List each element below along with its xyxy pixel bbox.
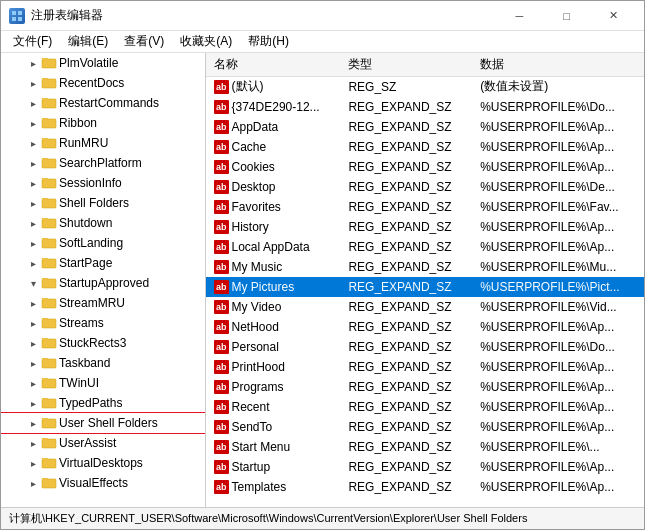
tree-expand-icon[interactable]: ▸ (25, 75, 41, 91)
tree-expand-icon[interactable]: ▸ (25, 255, 41, 271)
svg-rect-30 (42, 319, 56, 328)
svg-rect-8 (42, 99, 56, 108)
table-row[interactable]: abPrintHoodREG_EXPAND_SZ%USERPROFILE%\Ap… (206, 357, 644, 377)
tree-item-label: Streams (59, 316, 104, 330)
tree-expand-icon[interactable]: ▸ (25, 355, 41, 371)
tree-item[interactable]: ▸ SoftLanding (1, 233, 205, 253)
tree-item[interactable]: ▸ SessionInfo (1, 173, 205, 193)
tree-item[interactable]: ▸ Shutdown (1, 213, 205, 233)
cell-type: REG_EXPAND_SZ (340, 297, 472, 317)
menu-help[interactable]: 帮助(H) (240, 31, 297, 52)
tree-item[interactable]: ▸ RecentDocs (1, 73, 205, 93)
col-header-data[interactable]: 数据 (472, 53, 644, 77)
tree-item[interactable]: ▸ RestartCommands (1, 93, 205, 113)
detail-panel[interactable]: 名称 类型 数据 ab(默认)REG_SZ(数值未设置)ab{374DE290-… (206, 53, 644, 507)
tree-expand-icon[interactable]: ▸ (25, 295, 41, 311)
table-row[interactable]: abAppDataREG_EXPAND_SZ%USERPROFILE%\Ap..… (206, 117, 644, 137)
tree-item[interactable]: ▸ User Shell Folders (1, 413, 205, 433)
table-row[interactable]: abPersonalREG_EXPAND_SZ%USERPROFILE%\Do.… (206, 337, 644, 357)
tree-item[interactable]: ▸ Shell Folders (1, 193, 205, 213)
menu-view[interactable]: 查看(V) (116, 31, 172, 52)
minimize-button[interactable]: ─ (497, 2, 542, 30)
table-row[interactable]: abMy VideoREG_EXPAND_SZ%USERPROFILE%\Vid… (206, 297, 644, 317)
tree-expand-icon[interactable]: ▸ (25, 235, 41, 251)
table-row[interactable]: abStart MenuREG_EXPAND_SZ%USERPROFILE%\.… (206, 437, 644, 457)
tree-expand-icon[interactable]: ▸ (25, 315, 41, 331)
table-row[interactable]: abMy MusicREG_EXPAND_SZ%USERPROFILE%\Mu.… (206, 257, 644, 277)
table-row[interactable]: abStartupREG_EXPAND_SZ%USERPROFILE%\Ap..… (206, 457, 644, 477)
table-row[interactable]: abHistoryREG_EXPAND_SZ%USERPROFILE%\Ap..… (206, 217, 644, 237)
tree-item[interactable]: ▸ SearchPlatform (1, 153, 205, 173)
tree-expand-icon[interactable]: ▸ (25, 55, 41, 71)
table-row[interactable]: abSendToREG_EXPAND_SZ%USERPROFILE%\Ap... (206, 417, 644, 437)
svg-rect-22 (42, 239, 56, 248)
cell-data: %USERPROFILE%\Ap... (472, 457, 644, 477)
tree-expand-icon[interactable]: ▸ (25, 115, 41, 131)
table-row[interactable]: abProgramsREG_EXPAND_SZ%USERPROFILE%\Ap.… (206, 377, 644, 397)
table-row[interactable]: abRecentREG_EXPAND_SZ%USERPROFILE%\Ap... (206, 397, 644, 417)
close-button[interactable]: ✕ (591, 2, 636, 30)
svg-rect-32 (42, 339, 56, 348)
tree-item[interactable]: ▸ Streams (1, 313, 205, 333)
tree-item[interactable]: ▸ UserAssist (1, 433, 205, 453)
tree-item[interactable]: ▸ VisualEffects (1, 473, 205, 493)
tree-item[interactable]: ▸ StartPage (1, 253, 205, 273)
menu-favorites[interactable]: 收藏夹(A) (172, 31, 240, 52)
tree-expand-icon[interactable]: ▸ (25, 135, 41, 151)
cell-data: %USERPROFILE%\Ap... (472, 117, 644, 137)
tree-expand-icon[interactable]: ▸ (25, 415, 41, 431)
tree-expand-icon[interactable]: ▸ (25, 95, 41, 111)
tree-item[interactable]: ▸ Taskband (1, 353, 205, 373)
cell-type: REG_EXPAND_SZ (340, 277, 472, 297)
tree-item[interactable]: ▸ StreamMRU (1, 293, 205, 313)
tree-expand-icon[interactable]: ▸ (25, 195, 41, 211)
table-row[interactable]: abCacheREG_EXPAND_SZ%USERPROFILE%\Ap... (206, 137, 644, 157)
menu-edit[interactable]: 编辑(E) (60, 31, 116, 52)
tree-expand-icon[interactable]: ▸ (25, 435, 41, 451)
tree-item[interactable]: ▸ TWinUI (1, 373, 205, 393)
tree-expand-icon[interactable]: ▸ (25, 455, 41, 471)
tree-expand-icon[interactable]: ▾ (25, 275, 41, 291)
col-header-type[interactable]: 类型 (340, 53, 472, 77)
tree-item[interactable]: ▸ Ribbon (1, 113, 205, 133)
tree-expand-icon[interactable]: ▸ (25, 335, 41, 351)
tree-expand-icon[interactable]: ▸ (25, 475, 41, 491)
tree-expand-icon[interactable]: ▸ (25, 175, 41, 191)
table-row[interactable]: abDesktopREG_EXPAND_SZ%USERPROFILE%\De..… (206, 177, 644, 197)
tree-expand-icon[interactable]: ▸ (25, 395, 41, 411)
tree-expand-icon[interactable]: ▸ (25, 215, 41, 231)
table-row[interactable]: abFavoritesREG_EXPAND_SZ%USERPROFILE%\Fa… (206, 197, 644, 217)
tree-item[interactable]: ▸ VirtualDesktops (1, 453, 205, 473)
tree-item[interactable]: ▸ RunMRU (1, 133, 205, 153)
tree-item[interactable]: ▸ TypedPaths (1, 393, 205, 413)
cell-name: abMy Music (206, 257, 340, 277)
svg-rect-12 (42, 139, 56, 148)
folder-icon (41, 375, 57, 392)
status-path: 计算机\HKEY_CURRENT_USER\Software\Microsoft… (9, 511, 527, 526)
table-row[interactable]: ab(默认)REG_SZ(数值未设置) (206, 77, 644, 97)
cell-name: abMy Video (206, 297, 340, 317)
col-header-name[interactable]: 名称 (206, 53, 340, 77)
svg-rect-6 (42, 79, 56, 88)
tree-item[interactable]: ▸ PlmVolatile (1, 53, 205, 73)
cell-name: ab(默认) (206, 77, 340, 97)
menu-file[interactable]: 文件(F) (5, 31, 60, 52)
table-row[interactable]: abTemplatesREG_EXPAND_SZ%USERPROFILE%\Ap… (206, 477, 644, 497)
tree-item[interactable]: ▸ StuckRects3 (1, 333, 205, 353)
tree-expand-icon[interactable]: ▸ (25, 375, 41, 391)
tree-expand-icon[interactable]: ▸ (25, 155, 41, 171)
tree-panel[interactable]: ▸ PlmVolatile▸ RecentDocs▸ RestartComman… (1, 53, 206, 507)
maximize-button[interactable]: □ (544, 2, 589, 30)
cell-data: %USERPROFILE%\Ap... (472, 417, 644, 437)
table-row[interactable]: abNetHoodREG_EXPAND_SZ%USERPROFILE%\Ap..… (206, 317, 644, 337)
window-title: 注册表编辑器 (31, 7, 103, 24)
cell-data: %USERPROFILE%\Do... (472, 337, 644, 357)
table-row[interactable]: ab{374DE290-12...REG_EXPAND_SZ%USERPROFI… (206, 97, 644, 117)
menu-bar: 文件(F) 编辑(E) 查看(V) 收藏夹(A) 帮助(H) (1, 31, 644, 53)
tree-item[interactable]: ▾ StartupApproved (1, 273, 205, 293)
svg-rect-10 (42, 119, 56, 128)
table-row[interactable]: abLocal AppDataREG_EXPAND_SZ%USERPROFILE… (206, 237, 644, 257)
table-row[interactable]: abMy PicturesREG_EXPAND_SZ%USERPROFILE%\… (206, 277, 644, 297)
cell-data: %USERPROFILE%\Ap... (472, 317, 644, 337)
table-row[interactable]: abCookiesREG_EXPAND_SZ%USERPROFILE%\Ap..… (206, 157, 644, 177)
